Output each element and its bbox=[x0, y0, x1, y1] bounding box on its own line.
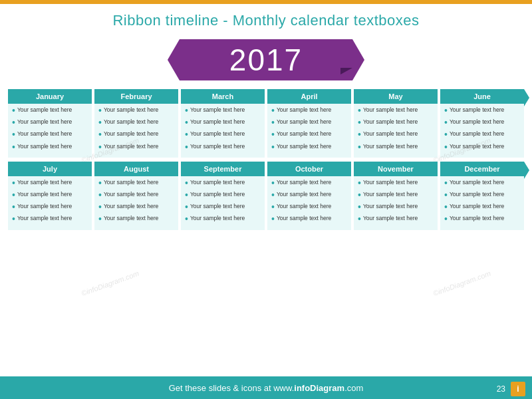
bullet-icon: • bbox=[185, 177, 188, 189]
bullet-text: Your sample text here bbox=[17, 143, 72, 150]
bullet-text: Your sample text here bbox=[277, 143, 331, 150]
bullet-icon: • bbox=[444, 116, 448, 128]
bullet-text: Your sample text here bbox=[277, 215, 331, 222]
month-header-march: March bbox=[181, 89, 265, 104]
bullet-text: Your sample text here bbox=[17, 203, 72, 210]
bullet-text: Your sample text here bbox=[190, 143, 245, 150]
list-item: •Your sample text here bbox=[12, 106, 88, 116]
list-item: •Your sample text here bbox=[358, 203, 434, 213]
bullet-text: Your sample text here bbox=[363, 118, 418, 126]
month-body-october: •Your sample text here•Your sample text … bbox=[267, 176, 351, 230]
bullet-text: Your sample text here bbox=[190, 130, 245, 138]
month-header-november: November bbox=[354, 162, 438, 176]
bullet-icon: • bbox=[358, 201, 361, 213]
list-item: •Your sample text here bbox=[12, 143, 88, 153]
list-item: •Your sample text here bbox=[185, 203, 261, 213]
bullet-icon: • bbox=[98, 141, 102, 153]
bullet-icon: • bbox=[271, 104, 275, 116]
month-body-february: •Your sample text here•Your sample text … bbox=[94, 104, 178, 158]
bullet-text: Your sample text here bbox=[17, 130, 72, 138]
month-block-december: December•Your sample text here•Your samp… bbox=[440, 162, 524, 230]
bullet-icon: • bbox=[98, 104, 102, 116]
month-block-january: January•Your sample text here•Your sampl… bbox=[8, 89, 92, 158]
bullet-icon: • bbox=[98, 201, 102, 213]
bullet-text: Your sample text here bbox=[450, 106, 504, 114]
bullet-text: Your sample text here bbox=[450, 215, 504, 222]
bullet-icon: • bbox=[444, 104, 448, 116]
bullet-text: Your sample text here bbox=[17, 179, 72, 186]
month-body-april: •Your sample text here•Your sample text … bbox=[267, 104, 351, 158]
list-item: •Your sample text here bbox=[185, 215, 261, 225]
list-item: •Your sample text here bbox=[271, 203, 347, 213]
list-item: •Your sample text here bbox=[271, 106, 347, 116]
bullet-icon: • bbox=[185, 141, 188, 153]
bullet-icon: • bbox=[271, 189, 275, 201]
bullet-text: Your sample text here bbox=[450, 179, 504, 186]
bullet-icon: • bbox=[185, 201, 188, 213]
ribbon-banner: 2017 bbox=[180, 39, 352, 80]
bullet-text: Your sample text here bbox=[190, 215, 245, 222]
bullet-icon: • bbox=[271, 141, 275, 153]
bullet-text: Your sample text here bbox=[17, 191, 72, 198]
page-title: Ribbon timeline - Monthly calendar textb… bbox=[0, 4, 532, 33]
bullet-text: Your sample text here bbox=[363, 191, 418, 198]
bullet-text: Your sample text here bbox=[190, 106, 245, 114]
month-header-february: February bbox=[94, 89, 178, 104]
bullet-text: Your sample text here bbox=[104, 143, 158, 150]
bullet-icon: • bbox=[358, 189, 361, 201]
bullet-text: Your sample text here bbox=[104, 215, 158, 222]
bullet-text: Your sample text here bbox=[104, 106, 158, 114]
month-body-august: •Your sample text here•Your sample text … bbox=[94, 176, 178, 230]
watermark-right2: ©infoDiagram.com bbox=[432, 269, 491, 297]
list-item: •Your sample text here bbox=[358, 143, 434, 153]
list-item: •Your sample text here bbox=[98, 143, 174, 153]
list-item: •Your sample text here bbox=[271, 191, 347, 201]
bullet-icon: • bbox=[12, 201, 15, 213]
month-row-1: January•Your sample text here•Your sampl… bbox=[8, 89, 524, 158]
list-item: •Your sample text here bbox=[271, 215, 347, 225]
month-header-june: June bbox=[440, 89, 524, 104]
month-header-september: September bbox=[181, 162, 265, 176]
bullet-text: Your sample text here bbox=[450, 130, 504, 138]
list-item: •Your sample text here bbox=[12, 179, 88, 189]
bottom-footer: Get these slides & icons at www. infoDia… bbox=[0, 376, 532, 399]
bullet-text: Your sample text here bbox=[17, 106, 72, 114]
list-item: •Your sample text here bbox=[185, 143, 261, 153]
bullet-icon: • bbox=[271, 116, 275, 128]
bullet-text: Your sample text here bbox=[104, 203, 158, 210]
bullet-icon: • bbox=[98, 189, 102, 201]
list-item: •Your sample text here bbox=[358, 130, 434, 140]
list-item: •Your sample text here bbox=[12, 130, 88, 140]
bullet-icon: • bbox=[358, 128, 361, 140]
bullet-text: Your sample text here bbox=[190, 203, 245, 210]
list-item: •Your sample text here bbox=[98, 215, 174, 225]
list-item: •Your sample text here bbox=[271, 179, 347, 189]
list-item: •Your sample text here bbox=[98, 118, 174, 128]
ribbon-area: 2017 bbox=[0, 33, 532, 86]
month-block-april: April•Your sample text here•Your sample … bbox=[267, 89, 351, 158]
calendar-section: January•Your sample text here•Your sampl… bbox=[0, 89, 532, 230]
list-item: •Your sample text here bbox=[185, 179, 261, 189]
bullet-text: Your sample text here bbox=[104, 118, 158, 126]
month-block-july: July•Your sample text here•Your sample t… bbox=[8, 162, 92, 230]
bullet-icon: • bbox=[12, 141, 15, 153]
bullet-icon: • bbox=[358, 213, 361, 225]
bullet-text: Your sample text here bbox=[190, 118, 245, 126]
list-item: •Your sample text here bbox=[271, 143, 347, 153]
bullet-text: Your sample text here bbox=[277, 203, 331, 210]
month-body-july: •Your sample text here•Your sample text … bbox=[8, 176, 92, 230]
bullet-text: Your sample text here bbox=[277, 118, 331, 126]
bullet-icon: • bbox=[271, 213, 275, 225]
bullet-text: Your sample text here bbox=[363, 215, 418, 222]
list-item: •Your sample text here bbox=[185, 118, 261, 128]
bullet-text: Your sample text here bbox=[450, 118, 504, 126]
list-item: •Your sample text here bbox=[98, 130, 174, 140]
bullet-icon: • bbox=[12, 104, 15, 116]
ribbon-right-tail bbox=[340, 68, 352, 74]
list-item: •Your sample text here bbox=[98, 179, 174, 189]
list-item: •Your sample text here bbox=[185, 130, 261, 140]
list-item: •Your sample text here bbox=[98, 203, 174, 213]
bullet-icon: • bbox=[358, 177, 361, 189]
bullet-text: Your sample text here bbox=[363, 143, 418, 150]
month-body-march: •Your sample text here•Your sample text … bbox=[181, 104, 265, 158]
